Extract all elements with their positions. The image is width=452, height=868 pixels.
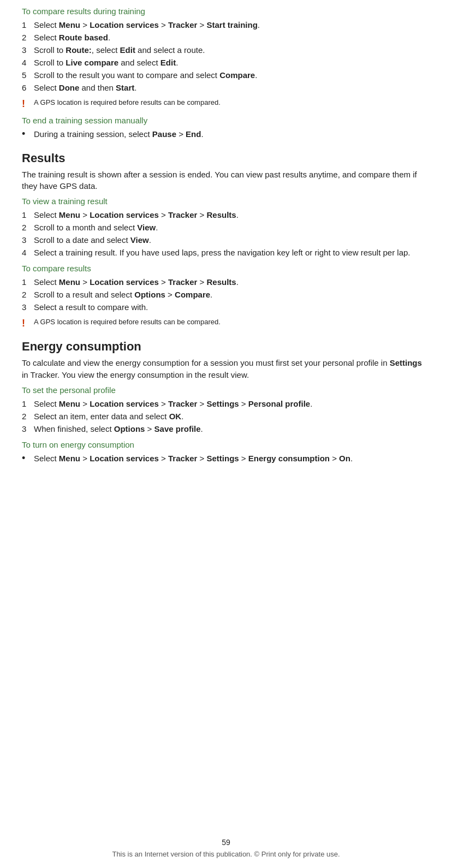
compare-training-note: ! A GPS location is required before resu…	[22, 98, 430, 110]
step-3: 3 Scroll to Route:, select Edit and sele…	[22, 44, 430, 56]
view-result-steps: 1 Select Menu > Location services > Trac…	[22, 209, 430, 258]
compare-training-steps: 1 Select Menu > Location services > Trac…	[22, 19, 430, 93]
energy-para: To calculate and view the energy consump…	[22, 357, 430, 381]
step-num-5: 5	[22, 69, 34, 81]
step-num-2: 2	[22, 32, 34, 43]
cr-step-num-2: 2	[22, 289, 34, 300]
energy-section: Energy consumption To calculate and view…	[22, 340, 430, 381]
end-training-text: During a training session, select Pause …	[34, 128, 204, 141]
pp-step-2: 2 Select an item, enter data and select …	[22, 411, 430, 422]
end-training-heading: To end a training session manually	[22, 116, 430, 125]
personal-profile-heading: To set the personal profile	[22, 385, 430, 395]
pp-step-1: 1 Select Menu > Location services > Trac…	[22, 398, 430, 409]
step-4-text: Scroll to Live compare and select Edit.	[34, 57, 178, 68]
step-5-text: Scroll to the result you want to compare…	[34, 69, 257, 81]
view-step-num-2: 2	[22, 222, 34, 233]
energy-consumption-list: • Select Menu > Location services > Trac…	[22, 453, 430, 465]
pp-step-3-text: When finished, select Options > Save pro…	[34, 423, 203, 435]
pp-step-2-text: Select an item, enter data and select OK…	[34, 411, 183, 422]
view-step-num-4: 4	[22, 247, 34, 258]
compare-training-heading: To compare results during training	[22, 7, 430, 16]
pp-step-num-1: 1	[22, 398, 34, 409]
energy-consumption-section: To turn on energy consumption • Select M…	[22, 440, 430, 465]
results-para: The training result is shown after a ses…	[22, 169, 430, 193]
step-1: 1 Select Menu > Location services > Trac…	[22, 19, 430, 31]
energy-heading: Energy consumption	[22, 340, 430, 354]
note-icon-2: !	[22, 317, 34, 330]
cr-step-2-text: Scroll to a result and select Options > …	[34, 289, 212, 300]
pp-step-num-3: 3	[22, 423, 34, 435]
compare-results-heading: To compare results	[22, 264, 430, 273]
end-training-section: To end a training session manually • Dur…	[22, 116, 430, 141]
bullet-dot-1: •	[22, 127, 34, 141]
compare-results-steps: 1 Select Menu > Location services > Trac…	[22, 276, 430, 313]
step-2: 2 Select Route based.	[22, 32, 430, 43]
step-4: 4 Scroll to Live compare and select Edit…	[22, 57, 430, 68]
step-2-text: Select Route based.	[34, 32, 110, 43]
step-5: 5 Scroll to the result you want to compa…	[22, 69, 430, 81]
note-icon-1: !	[22, 98, 34, 110]
view-step-3: 3 Scroll to a date and select View.	[22, 234, 430, 246]
view-step-4: 4 Select a training result. If you have …	[22, 247, 430, 258]
energy-consumption-heading: To turn on energy consumption	[22, 440, 430, 449]
step-num-1: 1	[22, 19, 34, 31]
pp-step-1-text: Select Menu > Location services > Tracke…	[34, 398, 312, 409]
view-step-2-text: Scroll to a month and select View.	[34, 222, 158, 233]
view-step-2: 2 Scroll to a month and select View.	[22, 222, 430, 233]
pp-step-num-2: 2	[22, 411, 34, 422]
compare-results-note: ! A GPS location is required before resu…	[22, 317, 430, 330]
cr-step-3: 3 Select a result to compare with.	[22, 301, 430, 313]
page-content: To compare results during training 1 Sel…	[0, 0, 452, 502]
end-training-list: • During a training session, select Paus…	[22, 128, 430, 141]
view-step-3-text: Scroll to a date and select View.	[34, 234, 151, 246]
step-num-6: 6	[22, 82, 34, 93]
step-3-text: Scroll to Route:, select Edit and select…	[34, 44, 205, 56]
energy-consumption-bullet: • Select Menu > Location services > Trac…	[22, 453, 430, 465]
view-step-num-3: 3	[22, 234, 34, 246]
results-section: Results The training result is shown aft…	[22, 151, 430, 193]
step-6-text: Select Done and then Start.	[34, 82, 136, 93]
personal-profile-section: To set the personal profile 1 Select Men…	[22, 385, 430, 435]
step-1-text: Select Menu > Location services > Tracke…	[34, 19, 260, 31]
step-num-3: 3	[22, 44, 34, 56]
note-text-1: A GPS location is required before result…	[34, 98, 221, 108]
cr-step-3-text: Select a result to compare with.	[34, 301, 148, 313]
cr-step-num-3: 3	[22, 301, 34, 313]
pp-step-3: 3 When finished, select Options > Save p…	[22, 423, 430, 435]
cr-step-num-1: 1	[22, 276, 34, 288]
cr-step-1: 1 Select Menu > Location services > Trac…	[22, 276, 430, 288]
footer: 59 This is an Internet version of this p…	[0, 838, 452, 858]
view-result-section: To view a training result 1 Select Menu …	[22, 197, 430, 258]
view-step-1-text: Select Menu > Location services > Tracke…	[34, 209, 239, 221]
view-result-heading: To view a training result	[22, 197, 430, 206]
view-step-1: 1 Select Menu > Location services > Trac…	[22, 209, 430, 221]
compare-training-section: To compare results during training 1 Sel…	[22, 7, 430, 110]
personal-profile-steps: 1 Select Menu > Location services > Trac…	[22, 398, 430, 435]
view-step-num-1: 1	[22, 209, 34, 221]
end-training-bullet: • During a training session, select Paus…	[22, 128, 430, 141]
results-heading: Results	[22, 151, 430, 165]
view-step-4-text: Select a training result. If you have us…	[34, 247, 411, 258]
page-number: 59	[0, 838, 452, 847]
footer-text: This is an Internet version of this publ…	[112, 850, 340, 858]
compare-results-section: To compare results 1 Select Menu > Locat…	[22, 264, 430, 330]
bullet-dot-2: •	[22, 451, 34, 465]
cr-step-1-text: Select Menu > Location services > Tracke…	[34, 276, 239, 288]
step-6: 6 Select Done and then Start.	[22, 82, 430, 93]
cr-step-2: 2 Scroll to a result and select Options …	[22, 289, 430, 300]
energy-consumption-text: Select Menu > Location services > Tracke…	[34, 453, 353, 465]
note-text-2: A GPS location is required before result…	[34, 317, 221, 327]
step-num-4: 4	[22, 57, 34, 68]
